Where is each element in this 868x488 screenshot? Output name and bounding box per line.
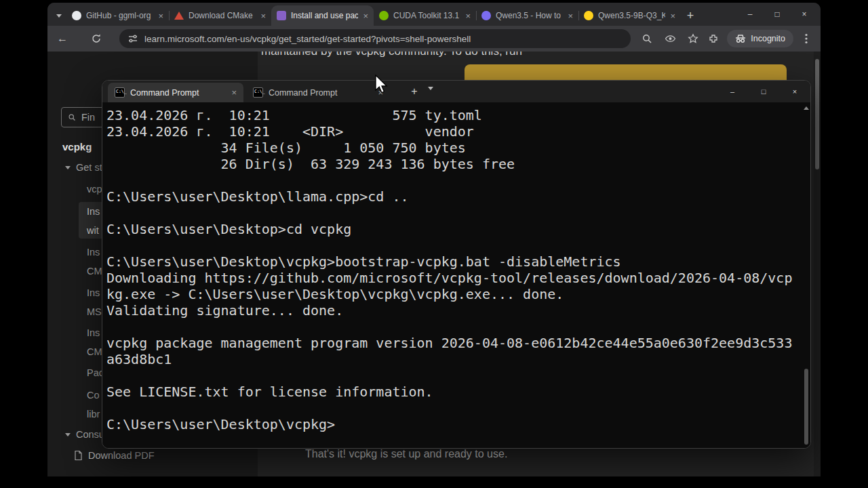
minimize-button[interactable]: – bbox=[717, 81, 748, 102]
tab-close-icon[interactable]: × bbox=[363, 12, 368, 20]
tab-close-icon[interactable]: × bbox=[670, 12, 675, 20]
extensions-icon bbox=[708, 33, 719, 44]
star-icon bbox=[688, 33, 698, 44]
page-scrollbar-thumb[interactable] bbox=[815, 59, 819, 169]
tab-title: Qwen3.5-9B-Q3_K bbox=[598, 11, 665, 20]
terminal-tab-2[interactable]: C:\_ Command Prompt × bbox=[246, 83, 390, 102]
tab-close-icon[interactable]: × bbox=[465, 12, 471, 20]
cmd-icon: C:\_ bbox=[115, 87, 125, 98]
bookmark-button[interactable] bbox=[686, 33, 700, 44]
sidebar-item-4[interactable]: Ins MS bbox=[87, 283, 102, 321]
browser-tabstrip: GitHub - ggml-org × Download CMake × Ins… bbox=[47, 3, 821, 26]
sidebar-product-title: vcpkg bbox=[62, 141, 92, 152]
incognito-icon bbox=[735, 34, 746, 43]
close-button[interactable]: × bbox=[779, 81, 810, 102]
sidebar-item-label: Ins bbox=[87, 323, 102, 342]
browser-window-controls: – □ × bbox=[736, 3, 818, 26]
browser-toolbar: ← learn.microsoft.com/en-us/vcpkg/get_st… bbox=[47, 26, 821, 52]
terminal-output: 23.04.2026 г. 10:21 575 ty.toml 23.04.20… bbox=[102, 102, 810, 432]
terminal-scrollbar-thumb[interactable] bbox=[804, 369, 808, 445]
close-button[interactable]: × bbox=[791, 9, 818, 19]
docs-clipped-paragraph: maintained by the vcpkg community. To do… bbox=[261, 52, 522, 58]
sidebar-item-get-started[interactable]: Get st bbox=[65, 162, 102, 173]
maximize-button[interactable]: □ bbox=[764, 9, 791, 19]
github-favicon bbox=[72, 11, 81, 20]
terminal-new-tab-button[interactable]: + bbox=[405, 83, 424, 100]
back-button[interactable]: ← bbox=[56, 30, 69, 47]
sidebar-item-label: Consu bbox=[76, 429, 104, 440]
scroll-up-arrow-icon[interactable] bbox=[804, 106, 809, 110]
search-icon bbox=[642, 33, 652, 44]
tab-close-icon[interactable]: × bbox=[158, 12, 163, 20]
terminal-tab-dropdown-button[interactable] bbox=[428, 90, 433, 102]
terminal-tab-1[interactable]: C:\_ Command Prompt × bbox=[108, 83, 243, 102]
terminal-screen[interactable]: 23.04.2026 г. 10:21 575 ty.toml 23.04.20… bbox=[102, 102, 810, 448]
sidebar-item-label: Ins bbox=[87, 283, 102, 302]
tab-title: Qwen3.5 - How to bbox=[496, 11, 563, 20]
search-icon bbox=[68, 113, 76, 121]
tab-title: GitHub - ggml-org bbox=[86, 11, 153, 20]
refresh-icon bbox=[91, 33, 102, 44]
search-button[interactable] bbox=[640, 33, 654, 44]
sidebar-item-7[interactable]: Co libr bbox=[87, 386, 100, 424]
docs-completion-text: That's it! vcpkg is set up and ready to … bbox=[305, 448, 507, 460]
browser-menu-button[interactable] bbox=[800, 33, 812, 44]
browser-tab-qwen[interactable]: Qwen3.5 - How to × bbox=[476, 5, 578, 26]
sidebar-item-label: libr bbox=[87, 405, 100, 424]
terminal-titlebar[interactable]: C:\_ Command Prompt × C:\_ Command Promp… bbox=[102, 81, 810, 102]
sidebar-item-label: CM bbox=[87, 342, 102, 361]
huggingface-favicon bbox=[584, 11, 593, 20]
terminal-tab-title: Command Prompt bbox=[130, 88, 226, 98]
chevron-down-icon bbox=[56, 14, 62, 18]
download-pdf-label: Download PDF bbox=[88, 450, 155, 461]
qwen-favicon bbox=[481, 11, 491, 20]
sidebar-item-label: wit bbox=[87, 221, 100, 240]
sidebar-item-3[interactable]: Ins CM bbox=[87, 243, 102, 281]
sidebar-item-label: Ins bbox=[87, 202, 100, 221]
incognito-badge: Incognito bbox=[727, 30, 793, 47]
sidebar-item-label: CM bbox=[87, 262, 102, 281]
sidebar-item-consume[interactable]: Consu bbox=[65, 429, 104, 440]
maximize-button[interactable]: □ bbox=[748, 81, 779, 102]
browser-tab-vcpkg-docs[interactable]: Install and use pac × bbox=[271, 5, 374, 26]
page-scrollbar[interactable] bbox=[814, 52, 821, 476]
new-tab-button[interactable]: + bbox=[681, 6, 700, 25]
cuda-favicon bbox=[379, 11, 389, 20]
chevron-down-icon bbox=[65, 433, 71, 436]
document-icon bbox=[73, 450, 83, 461]
minimize-button[interactable]: – bbox=[736, 9, 764, 19]
chevron-down-icon bbox=[65, 166, 71, 169]
sidebar-item-label: Get st bbox=[76, 162, 102, 173]
url-text: learn.microsoft.com/en-us/vcpkg/get_star… bbox=[144, 34, 471, 44]
eye-icon bbox=[665, 33, 676, 44]
tab-search-button[interactable] bbox=[52, 5, 66, 26]
terminal-tab-title: Command Prompt bbox=[269, 88, 372, 98]
browser-tab-cmake[interactable]: Download CMake × bbox=[169, 5, 271, 26]
sidebar-item-5[interactable]: Ins CM bbox=[87, 323, 102, 361]
sidebar-item-1[interactable]: vcp bbox=[87, 184, 102, 195]
terminal-window: C:\_ Command Prompt × C:\_ Command Promp… bbox=[102, 80, 811, 449]
browser-tab-github[interactable]: GitHub - ggml-org × bbox=[66, 5, 169, 26]
extensions-button[interactable] bbox=[707, 33, 720, 44]
tab-close-icon[interactable]: × bbox=[260, 12, 266, 20]
sidebar-item-label: vcp bbox=[87, 184, 102, 195]
three-dots-icon bbox=[805, 33, 808, 44]
tab-close-icon[interactable]: × bbox=[231, 87, 237, 98]
download-pdf-link[interactable]: Download PDF bbox=[73, 450, 155, 461]
reading-mode-button[interactable] bbox=[663, 33, 677, 44]
tab-title: CUDA Toolkit 13.1 bbox=[393, 11, 460, 20]
site-info-tune-icon[interactable] bbox=[127, 33, 138, 44]
terminal-window-controls: – □ × bbox=[717, 81, 810, 102]
chevron-down-icon bbox=[428, 87, 433, 102]
tab-close-icon[interactable]: × bbox=[568, 12, 573, 20]
terminal-scrollbar[interactable] bbox=[803, 104, 810, 446]
tab-title: Download CMake bbox=[189, 11, 256, 20]
ms-learn-favicon bbox=[277, 11, 286, 20]
sidebar-item-label: Ins bbox=[87, 243, 102, 262]
address-bar[interactable]: learn.microsoft.com/en-us/vcpkg/get_star… bbox=[119, 29, 631, 48]
sidebar-item-2-selected[interactable]: Ins wit bbox=[87, 202, 100, 240]
browser-tab-cuda[interactable]: CUDA Toolkit 13.1 × bbox=[374, 5, 476, 26]
sidebar-item-label: MS bbox=[87, 302, 102, 321]
browser-tab-huggingface[interactable]: Qwen3.5-9B-Q3_K × bbox=[578, 5, 681, 26]
refresh-button[interactable] bbox=[90, 30, 103, 47]
